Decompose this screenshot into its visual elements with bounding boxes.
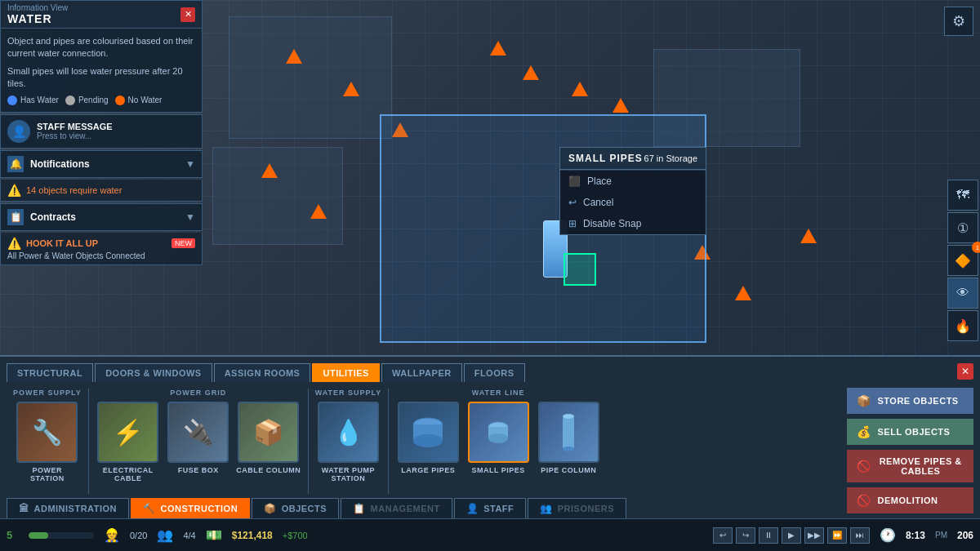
electrical-cable-icon: ⚡ — [113, 418, 143, 447]
water-pump-icon: 💧 — [333, 418, 363, 447]
sell-objects-button[interactable]: 💰 SELL OBJECTS — [847, 419, 973, 445]
build-item-pipe-column[interactable]: PIPE COLUMN — [536, 402, 601, 474]
notification-text: 14 objects require water — [26, 185, 122, 195]
build-item-cable-column[interactable]: 📦 CABLE COLUMN — [236, 402, 301, 482]
building-tile — [212, 147, 343, 245]
warning-icon — [490, 41, 506, 56]
build-tab-utilities[interactable]: UTILITIES — [312, 363, 379, 382]
water-supply-items: 💧 WATER PUMP STATION — [315, 402, 381, 482]
clock-icon: 🕐 — [880, 527, 896, 543]
build-item-fuse-box[interactable]: 🔌 FUSE BOX — [166, 402, 231, 482]
large-pipes-svg — [408, 412, 448, 453]
ultra-fast-button[interactable]: ⏭ — [850, 527, 870, 544]
staff-icon-nav: 👤 — [466, 503, 479, 514]
notifications-chevron: ▼ — [185, 158, 195, 170]
warning-icon — [612, 98, 629, 113]
context-menu-header: SMALL PIPES 67 in Storage — [560, 148, 706, 170]
play-button[interactable]: ▶ — [782, 527, 801, 544]
time-display: 8:13 — [906, 530, 925, 541]
no-water-dot — [115, 96, 125, 105]
management-label: MANAGEMENT — [371, 504, 440, 513]
build-tab-doors[interactable]: DOORS & WINDOWS — [95, 363, 212, 382]
power-station-img: 🔧 — [16, 402, 78, 463]
water-pump-img: 💧 — [318, 402, 379, 463]
nav-tab-objects[interactable]: 📦 OBJECTS — [252, 498, 339, 518]
fast-forward-button[interactable]: ⏩ — [827, 527, 847, 544]
build-tab-floors[interactable]: FLOORS — [464, 363, 525, 382]
notification-warning-icon: ⚠️ — [7, 184, 21, 197]
right-btn-wrapper-5: 🔥 — [947, 310, 980, 341]
build-item-small-pipes[interactable]: SMALL PIPES — [466, 402, 531, 474]
context-menu-cancel[interactable]: ↩ Cancel — [560, 192, 706, 213]
contracts-header[interactable]: 📋 Contracts ▼ — [0, 203, 203, 231]
fuse-box-label: FUSE BOX — [178, 466, 219, 474]
contract-item[interactable]: ⚠️ HOOK IT ALL UP NEW All Power & Water … — [0, 233, 203, 265]
cancel-icon: ↩ — [568, 197, 577, 208]
remove-pipes-button[interactable]: 🚫 REMOVE PIPES & CABLES — [847, 450, 973, 482]
store-objects-button[interactable]: 📦 STORE OBJECTS — [847, 388, 973, 414]
power-supply-items: 🔧 POWER STATION — [15, 402, 80, 482]
notifications-header[interactable]: 🔔 Notifications ▼ — [0, 150, 203, 178]
build-tab-structural[interactable]: STRUCTURAL — [7, 363, 93, 382]
contract-icon-name: ⚠️ HOOK IT ALL UP — [7, 237, 98, 250]
info-view-close-button[interactable]: ✕ — [180, 7, 195, 22]
contracts-icon: 📋 — [7, 209, 24, 225]
nav-tab-construction[interactable]: 🔨 CONSTRUCTION — [131, 498, 250, 518]
build-panel-close-button[interactable]: ✕ — [957, 363, 973, 380]
build-tab-wallpaper[interactable]: WALLPAPER — [381, 363, 462, 382]
prisoner-count-icon: 👥 — [157, 527, 173, 543]
left-panel: Information View WATER ✕ Object and pipe… — [0, 0, 203, 267]
undo-button[interactable]: ↩ — [713, 527, 733, 544]
right-btn-map[interactable]: 🗺 — [947, 180, 978, 211]
right-btn-fire[interactable]: 🔥 — [947, 310, 978, 341]
nav-tab-administration[interactable]: 🏛 ADMINISTRATION — [7, 498, 129, 518]
contract-new-badge: NEW — [172, 238, 195, 248]
settings-button[interactable]: ⚙ — [944, 7, 973, 36]
build-item-electrical-cable[interactable]: ⚡ ELECTRICAL CABLE — [96, 402, 161, 482]
warning-icon — [800, 229, 817, 243]
staff-message[interactable]: 👤 STAFF MESSAGE Press to view... — [0, 114, 203, 149]
redo-button[interactable]: ↪ — [736, 527, 755, 544]
notifications-section: 🔔 Notifications ▼ ⚠️ 14 objects require … — [0, 150, 203, 202]
build-item-power-station[interactable]: 🔧 POWER STATION — [15, 402, 80, 482]
staff-message-text: STAFF MESSAGE Press to view... — [37, 122, 113, 140]
store-icon: 📦 — [857, 394, 871, 407]
contract-title-row: ⚠️ HOOK IT ALL UP NEW — [7, 237, 195, 250]
info-view-description: Object and pipes are colourised based on… — [7, 35, 195, 60]
nav-tab-staff[interactable]: 👤 STAFF — [454, 498, 527, 518]
sell-icon: 💰 — [857, 425, 871, 438]
context-menu-place[interactable]: ⬛ Place — [560, 171, 706, 192]
build-item-large-pipes[interactable]: LARGE PIPES — [395, 402, 461, 474]
bottom-nav: 🏛 ADMINISTRATION 🔨 CONSTRUCTION 📦 OBJECT… — [0, 494, 633, 518]
info-view-titles: Information View WATER — [7, 3, 68, 25]
power-grid-items: ⚡ ELECTRICAL CABLE 🔌 FUSE BOX 📦 CABLE CO… — [96, 402, 301, 482]
info-view-subtitle: Information View — [7, 3, 68, 12]
money-icon: 💵 — [206, 527, 222, 543]
right-btn-report[interactable]: ① — [947, 212, 978, 243]
right-btn-view[interactable]: 👁 — [947, 278, 978, 309]
build-item-water-pump[interactable]: 💧 WATER PUMP STATION — [315, 402, 381, 482]
build-tab-assign-rooms[interactable]: ASSIGN ROOMS — [214, 363, 311, 382]
has-water-label: Has Water — [20, 96, 59, 104]
fuse-box-icon: 🔌 — [183, 418, 213, 447]
construction-icon: 🔨 — [143, 503, 156, 514]
income-value: +$700 — [283, 531, 308, 540]
legend-has-water: Has Water — [7, 96, 59, 105]
notifications-title: Notifications — [30, 158, 90, 170]
info-view-note: Small pipes will lose water pressure aft… — [7, 65, 195, 91]
place-icon: ⬛ — [568, 176, 581, 187]
fuse-box-img: 🔌 — [167, 402, 229, 463]
contract-name: HOOK IT ALL UP — [26, 238, 98, 248]
pause-button[interactable]: ⏸ — [759, 527, 778, 544]
admin-icon: 🏛 — [19, 503, 29, 514]
right-btn-wrapper-2: ① — [947, 212, 980, 243]
info-view: Information View WATER ✕ Object and pipe… — [0, 0, 203, 113]
next-button[interactable]: ▶▶ — [804, 527, 824, 544]
warning-icon — [523, 65, 539, 80]
objects-label: OBJECTS — [282, 504, 327, 513]
category-power-grid: POWER GRID ⚡ ELECTRICAL CABLE 🔌 FUSE BOX — [89, 389, 309, 494]
pending-label: Pending — [78, 96, 109, 104]
context-menu-disable-snap[interactable]: ⊞ Disable Snap — [560, 213, 706, 234]
demolition-button[interactable]: 🚫 DEMOLITION — [847, 487, 973, 513]
right-btn-wrapper-4: 👁 — [947, 278, 980, 309]
